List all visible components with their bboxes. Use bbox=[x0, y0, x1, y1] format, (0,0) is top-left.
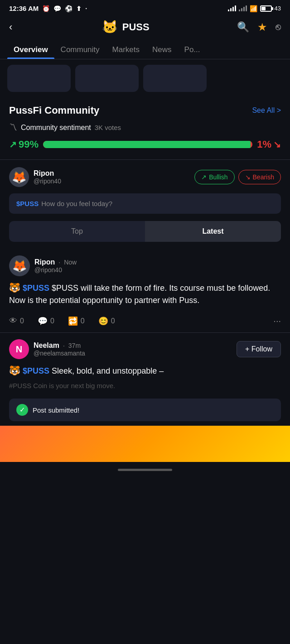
section-title: PussFi Community bbox=[9, 105, 99, 116]
follow-button[interactable]: + Follow bbox=[237, 341, 281, 357]
scroll-cards bbox=[0, 59, 290, 97]
dot-icon: · bbox=[85, 5, 87, 12]
bottom-bar bbox=[0, 462, 290, 477]
toggle-tabs: Top Latest bbox=[9, 221, 281, 242]
post-1-handle: @ripon40 bbox=[34, 266, 281, 274]
see-all-button[interactable]: See All > bbox=[252, 106, 281, 115]
section-header: PussFi Community See All > bbox=[9, 105, 281, 116]
post-2-user: N Neelam · 37m @neelamsamanta bbox=[9, 339, 85, 359]
signal-bars bbox=[228, 5, 236, 11]
alarm-icon: ⏰ bbox=[42, 5, 50, 12]
post-1-header: 🦊 Ripon · Now @ripon40 bbox=[9, 255, 281, 276]
search-icon[interactable]: 🔍 bbox=[237, 21, 249, 33]
eye-icon: 👁 bbox=[9, 316, 17, 326]
avatar: 🦊 bbox=[9, 167, 29, 187]
post-1-author: Ripon bbox=[34, 258, 55, 266]
header-title-group: 🐱 PUSS bbox=[102, 19, 150, 34]
bottom-image bbox=[0, 426, 290, 462]
status-bar: 12:36 AM ⏰ 💬 ⚽ ⬆ · 📶 43 bbox=[0, 0, 290, 15]
repost-icon: 🔁 bbox=[68, 316, 78, 326]
community-section: PussFi Community See All > 〽 Community s… bbox=[0, 97, 290, 150]
bearish-button[interactable]: ↘ Bearish bbox=[238, 170, 281, 184]
time-display: 12:36 AM bbox=[9, 5, 39, 12]
bullish-arrow-icon: ↗ bbox=[201, 173, 207, 181]
comments-action[interactable]: 💬 0 bbox=[38, 316, 54, 326]
bearish-percentage: 1% ↘ bbox=[257, 139, 281, 150]
reactions-count: 0 bbox=[111, 317, 115, 325]
header-icons: 🔍 ★ ⎋ bbox=[237, 21, 281, 34]
tab-news[interactable]: News bbox=[146, 41, 178, 59]
upload-icon: ⬆ bbox=[76, 5, 82, 12]
post-2-handle: @neelamsamanta bbox=[34, 350, 85, 357]
more-options-button[interactable]: ··· bbox=[273, 316, 281, 326]
tab-overview[interactable]: Overview bbox=[7, 41, 54, 59]
messenger-icon: 💬 bbox=[53, 5, 61, 12]
post-2-ticker: $PUSS bbox=[23, 366, 49, 375]
reposts-action[interactable]: 🔁 0 bbox=[68, 316, 85, 326]
emoji-add-icon: 😊 bbox=[98, 316, 108, 326]
tab-community[interactable]: Community bbox=[54, 41, 106, 59]
ticker-tag: $PUSS bbox=[16, 200, 39, 207]
user-row: 🦊 Ripon @ripon40 ↗ Bullish ↘ Bearish bbox=[0, 167, 290, 193]
soccer-icon: ⚽ bbox=[65, 5, 72, 12]
post-1-avatar: 🦊 bbox=[9, 255, 30, 276]
comment-icon: 💬 bbox=[38, 316, 48, 326]
user-name: Ripon bbox=[34, 169, 61, 178]
signal-bars-2 bbox=[239, 5, 247, 11]
post-1-ticker: $PUSS bbox=[23, 284, 49, 293]
card-2 bbox=[75, 65, 139, 92]
post-2-author: Neelam bbox=[34, 341, 59, 350]
sentiment-bar-row: ↗ 99% 1% ↘ bbox=[9, 139, 281, 150]
post-2-user-details: Neelam · 37m @neelamsamanta bbox=[34, 341, 85, 357]
toast-message: Post submitted! bbox=[33, 406, 79, 414]
tab-portfolio[interactable]: Po... bbox=[178, 41, 207, 59]
post-1-user: Ripon · Now @ripon40 bbox=[34, 258, 281, 274]
bullish-percentage: ↗ 99% bbox=[9, 139, 39, 150]
post-2-time: 37m bbox=[68, 342, 81, 349]
post-2-text: Sleek, bold, and unstoppable – bbox=[52, 366, 164, 375]
tab-latest[interactable]: Latest bbox=[145, 221, 281, 242]
sentiment-buttons: ↗ Bullish ↘ Bearish bbox=[194, 170, 281, 184]
toast-notification: ✓ Post submitted! bbox=[9, 399, 281, 421]
sentiment-row: 〽 Community sentiment 3K votes bbox=[9, 123, 281, 132]
card-1 bbox=[7, 65, 71, 92]
post-1-body: 🐯 $PUSS $PUSS will take the form of fire… bbox=[9, 281, 281, 307]
status-time: 12:36 AM ⏰ 💬 ⚽ ⬆ · bbox=[9, 5, 87, 12]
user-details: Ripon @ripon40 bbox=[34, 169, 61, 185]
token-icon: 🐱 bbox=[102, 19, 118, 34]
home-indicator bbox=[118, 469, 172, 471]
star-icon[interactable]: ★ bbox=[257, 21, 267, 34]
post-2-avatar: N bbox=[9, 339, 29, 359]
post-2-body: 🐯 $PUSS Sleek, bold, and unstoppable – bbox=[9, 364, 281, 377]
sentiment-icon: 〽 bbox=[9, 123, 17, 132]
post-input[interactable]: $PUSS How do you feel today? bbox=[9, 193, 281, 214]
battery-icon bbox=[260, 5, 272, 12]
views-action[interactable]: 👁 0 bbox=[9, 316, 24, 326]
reposts-count: 0 bbox=[81, 317, 85, 325]
sentiment-bar-fill bbox=[43, 141, 251, 148]
bullish-button[interactable]: ↗ Bullish bbox=[194, 170, 234, 184]
post-2: N Neelam · 37m @neelamsamanta + Follow 🐯… bbox=[0, 333, 290, 394]
status-right: 📶 43 bbox=[228, 5, 281, 12]
divider bbox=[0, 159, 290, 160]
input-placeholder: How do you feel today? bbox=[41, 200, 112, 207]
votes-count: 3K votes bbox=[95, 124, 121, 131]
reactions-action[interactable]: 😊 0 bbox=[98, 316, 115, 326]
views-count: 0 bbox=[20, 317, 24, 325]
back-button[interactable]: ‹ bbox=[9, 21, 14, 33]
user-info: 🦊 Ripon @ripon40 bbox=[9, 167, 61, 187]
post-1-time: Now bbox=[64, 259, 77, 266]
sentiment-label: Community sentiment bbox=[21, 124, 91, 132]
user-handle: @ripon40 bbox=[34, 178, 61, 185]
post-1: 🦊 Ripon · Now @ripon40 🐯 $PUSS $PUSS wil… bbox=[0, 249, 290, 333]
share-icon[interactable]: ⎋ bbox=[276, 22, 281, 32]
check-icon: ✓ bbox=[16, 404, 28, 416]
post-2-text-2: #PUSS Coin is your next big move. bbox=[9, 382, 281, 389]
sentiment-bar bbox=[43, 141, 252, 148]
post-2-header: N Neelam · 37m @neelamsamanta + Follow bbox=[9, 339, 281, 359]
nav-tabs: Overview Community Markets News Po... bbox=[0, 41, 290, 59]
header-left: ‹ bbox=[9, 21, 14, 33]
tab-markets[interactable]: Markets bbox=[106, 41, 146, 59]
tab-top[interactable]: Top bbox=[9, 221, 145, 242]
post-1-actions: 👁 0 💬 0 🔁 0 😊 0 ··· bbox=[9, 314, 281, 326]
